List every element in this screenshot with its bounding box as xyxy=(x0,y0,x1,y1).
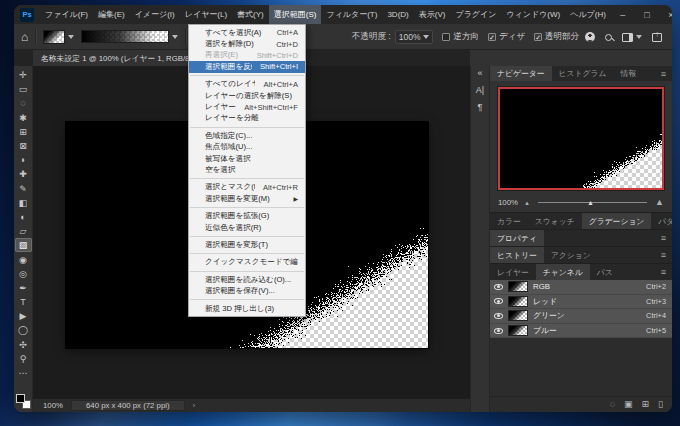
channel-row[interactable]: RGBCtrl+2 xyxy=(490,280,672,295)
rectangular-marquee-tool[interactable]: ▭ xyxy=(15,82,32,96)
home-icon[interactable]: ⌂ xyxy=(21,31,28,43)
eyedropper-tool[interactable]: ◗ xyxy=(15,153,32,167)
menu-item[interactable]: すべてのレイヤー(L)Alt+Ctrl+A xyxy=(189,79,305,90)
menu-item[interactable]: レイヤーを分離 xyxy=(189,113,305,124)
opacity-dropdown[interactable]: 100% xyxy=(395,30,434,44)
menu-item[interactable]: レイヤーを検索Alt+Shift+Ctrl+F xyxy=(189,101,305,112)
foreground-background-swatches[interactable] xyxy=(16,394,31,409)
new-channel-icon[interactable]: ⊞ xyxy=(642,400,650,409)
eraser-tool[interactable]: ▱ xyxy=(15,224,32,238)
navigator-zoom-slider[interactable]: ▲ xyxy=(538,202,647,203)
menu-item[interactable]: クイックマスクモードで編集(Q) xyxy=(189,257,305,268)
menubar-item[interactable]: 3D(D) xyxy=(382,5,413,24)
panel-tab[interactable]: グラデーション xyxy=(582,213,652,229)
lasso-tool[interactable]: ◌ xyxy=(15,96,32,110)
close-button[interactable]: × xyxy=(659,5,672,24)
collapse-dock-icon[interactable]: « xyxy=(477,68,482,78)
history-brush-tool[interactable]: ◐ xyxy=(15,210,32,224)
panel-tab[interactable]: カラー xyxy=(490,213,528,229)
channel-row[interactable]: ブルーCtrl+5 xyxy=(490,324,672,339)
zoom-out-mountain-icon[interactable]: ▲ xyxy=(524,200,530,206)
menubar-item[interactable]: ヘルプ(H) xyxy=(565,5,611,24)
menu-item[interactable]: 選択とマスク(K)...Alt+Ctrl+R xyxy=(189,182,305,193)
save-selection-as-channel-icon[interactable]: ▣ xyxy=(624,400,633,409)
channel-row[interactable]: グリーンCtrl+4 xyxy=(490,309,672,324)
option-toggle[interactable]: ✓ディザ xyxy=(488,31,525,43)
frame-tool[interactable]: ⊠ xyxy=(15,139,32,153)
visibility-eye-icon[interactable] xyxy=(494,313,503,319)
healing-brush-tool[interactable]: ✚ xyxy=(15,167,32,181)
menu-item[interactable]: 選択範囲を保存(V)... xyxy=(189,285,305,296)
toolbar-more-icon[interactable]: ⋯ xyxy=(15,366,32,380)
object-selection-tool[interactable]: ✱ xyxy=(15,111,32,125)
menu-item[interactable]: レイヤーの選択を解除(S) xyxy=(189,90,305,101)
menubar-item[interactable]: イメージ(I) xyxy=(130,5,180,24)
workspace-switcher[interactable] xyxy=(622,33,642,42)
visibility-eye-icon[interactable] xyxy=(494,284,503,290)
panel-menu-icon[interactable]: ≡ xyxy=(655,264,672,280)
panel-tab[interactable]: ヒストグラム xyxy=(552,66,614,81)
brush-tool[interactable]: ✎ xyxy=(15,182,32,196)
option-toggle[interactable]: ✓透明部分 xyxy=(534,31,579,43)
menu-item[interactable]: 選択範囲を変更(M)▶ xyxy=(189,193,305,204)
account-icon[interactable] xyxy=(585,32,595,42)
search-icon[interactable] xyxy=(605,34,612,41)
menu-item[interactable]: すべてを選択(A)Ctrl+A xyxy=(189,27,305,38)
character-panel-icon[interactable]: A| xyxy=(476,85,484,95)
paragraph-panel-icon[interactable]: ¶ xyxy=(478,102,483,112)
share-icon[interactable] xyxy=(652,33,662,42)
panel-tab[interactable]: ヒストリー xyxy=(490,247,544,263)
menu-item[interactable]: 選択範囲を読み込む(O)... xyxy=(189,274,305,285)
menubar-item[interactable]: フィルター(T) xyxy=(321,5,382,24)
panel-tab[interactable]: スウォッチ xyxy=(528,213,582,229)
panel-tab[interactable]: アクション xyxy=(544,247,598,263)
navigator-zoom-value[interactable]: 100% xyxy=(498,198,518,207)
menu-item[interactable]: 選択を解除(D)Ctrl+D xyxy=(189,38,305,49)
move-tool[interactable]: ✛ xyxy=(15,68,32,82)
panel-menu-icon[interactable]: ≡ xyxy=(655,66,672,81)
navigator-preview[interactable] xyxy=(498,87,664,190)
panel-tab[interactable]: パターン xyxy=(651,213,672,229)
menu-item[interactable]: 選択範囲を反転(I)Shift+Ctrl+I xyxy=(189,61,305,72)
shape-tool[interactable]: ◯ xyxy=(15,323,32,337)
foreground-color-swatch[interactable] xyxy=(16,394,25,403)
panel-tab[interactable]: レイヤー xyxy=(490,264,536,280)
menubar-item[interactable]: 選択範囲(S) xyxy=(269,5,322,24)
menu-item[interactable]: 被写体を選択 xyxy=(189,153,305,164)
menubar-item[interactable]: プラグイン xyxy=(450,5,501,24)
panel-tab[interactable]: ナビゲーター xyxy=(490,66,552,81)
zoom-tool[interactable]: ⚲ xyxy=(15,352,32,366)
menubar-item[interactable]: 表示(V) xyxy=(414,5,451,24)
visibility-eye-icon[interactable] xyxy=(494,328,503,334)
gradient-picker-dropdown[interactable] xyxy=(81,30,178,43)
menu-item[interactable]: 焦点領域(U)... xyxy=(189,142,305,153)
pen-tool[interactable]: ✒ xyxy=(15,281,32,295)
panel-tab[interactable]: チャンネル xyxy=(536,264,590,280)
channel-row[interactable]: レッドCtrl+3 xyxy=(490,295,672,310)
status-zoom-field[interactable]: 100% xyxy=(43,401,63,410)
maximize-button[interactable]: □ xyxy=(635,5,659,24)
clone-stamp-tool[interactable]: ◧ xyxy=(15,196,32,210)
status-chevron-icon[interactable]: › xyxy=(193,401,196,410)
hand-tool[interactable]: ✣ xyxy=(15,338,32,352)
menubar-item[interactable]: ウィンドウ(W) xyxy=(501,5,565,24)
crop-tool[interactable]: ⊞ xyxy=(15,125,32,139)
option-toggle[interactable]: 逆方向 xyxy=(442,31,479,43)
menu-item[interactable]: 選択範囲を拡張(G) xyxy=(189,210,305,221)
dodge-tool[interactable]: ◎ xyxy=(15,267,32,281)
type-tool[interactable]: T xyxy=(15,295,32,309)
panel-menu-icon[interactable]: ≡ xyxy=(655,230,672,246)
panel-tab[interactable]: パス xyxy=(590,264,620,280)
load-channel-selection-icon[interactable]: ◌ xyxy=(610,400,615,409)
gradient-tool[interactable]: ▨ xyxy=(15,238,32,252)
minimize-button[interactable]: – xyxy=(611,5,635,24)
menubar-item[interactable]: ファイル(F) xyxy=(40,5,93,24)
menu-item[interactable]: 近似色を選択(R) xyxy=(189,222,305,233)
panel-tab[interactable]: プロパティ xyxy=(490,230,544,246)
delete-channel-icon[interactable]: ▯ xyxy=(658,400,663,409)
path-selection-tool[interactable]: ▶ xyxy=(15,309,32,323)
menubar-item[interactable]: レイヤー(L) xyxy=(180,5,232,24)
menubar-item[interactable]: 書式(Y) xyxy=(232,5,269,24)
menu-item[interactable]: 選択範囲を変形(T) xyxy=(189,239,305,250)
panel-tab[interactable]: 情報 xyxy=(613,66,643,81)
